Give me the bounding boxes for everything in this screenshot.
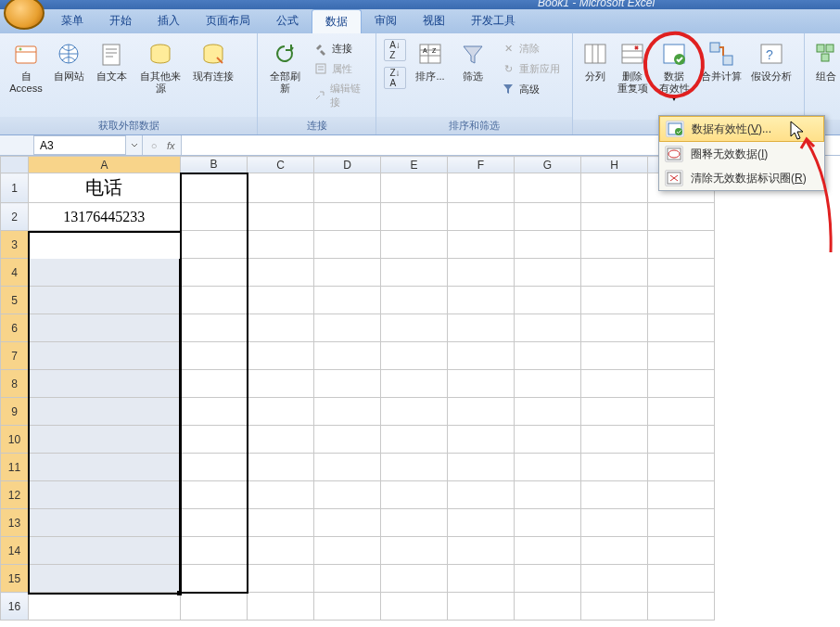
tab-formulas[interactable]: 公式 [263, 9, 312, 33]
group-label: 组合 [816, 70, 836, 83]
filter-label: 筛选 [463, 70, 483, 83]
col-header-H[interactable]: H [581, 157, 648, 173]
tab-insert[interactable]: 插入 [145, 9, 193, 33]
tab-pagelayout[interactable]: 页面布局 [193, 9, 263, 33]
col-header-E[interactable]: E [381, 157, 448, 173]
row-header-9[interactable]: 9 [1, 398, 29, 426]
worksheet[interactable]: A B C D E F G H I 1电话 213176445233 3 4 5… [0, 156, 840, 627]
from-web-label: 自网站 [54, 70, 84, 83]
dedup-icon [617, 39, 647, 69]
filter-button[interactable]: 筛选 [452, 37, 493, 84]
row-header-7[interactable]: 7 [1, 342, 29, 370]
svg-rect-10 [585, 45, 605, 63]
row-header-15[interactable]: 15 [1, 565, 29, 593]
cell-B1[interactable] [181, 173, 248, 203]
svg-rect-18 [817, 45, 824, 52]
row-header-13[interactable]: 13 [1, 509, 29, 537]
connections-button[interactable]: 连接 [310, 39, 368, 58]
data-validation-button[interactable]: 数据 有效性 ▾ [653, 37, 695, 105]
office-button[interactable] [4, 0, 45, 30]
grid[interactable]: A B C D E F G H I 1电话 213176445233 3 4 5… [0, 156, 715, 621]
name-box-dropdown[interactable] [126, 135, 143, 155]
from-text-button[interactable]: 自文本 [91, 37, 132, 84]
cancel-icon[interactable]: ○ [148, 140, 159, 151]
row-header-8[interactable]: 8 [1, 370, 29, 398]
clear-filter-button[interactable]: ✕ 清除 [497, 39, 564, 58]
row-header-10[interactable]: 10 [1, 426, 29, 454]
fx-icon[interactable]: fx [167, 140, 175, 151]
group-button[interactable]: 组合 [810, 37, 840, 84]
col-header-A[interactable]: A [29, 157, 181, 173]
sort-asc-button[interactable]: A↓Z [384, 39, 406, 61]
row-header-5[interactable]: 5 [1, 287, 29, 314]
cell-A1[interactable]: 电话 [29, 173, 181, 203]
col-header-C[interactable]: C [248, 157, 314, 173]
whatif-icon: ? [757, 39, 786, 69]
tab-data[interactable]: 数据 [312, 9, 362, 33]
row-header-11[interactable]: 11 [1, 454, 29, 481]
svg-rect-3 [103, 45, 120, 65]
tab-home[interactable]: 开始 [96, 9, 145, 33]
advanced-icon [501, 82, 515, 96]
sort-button[interactable]: AZ 排序... [410, 37, 451, 84]
cell-A3[interactable] [29, 231, 181, 259]
edit-links-label: 编辑链接 [330, 82, 364, 109]
svg-rect-11 [622, 45, 643, 63]
properties-button[interactable]: 属性 [310, 59, 368, 78]
refresh-all-button[interactable]: 全部刷新 [263, 37, 306, 96]
cell-C1[interactable] [248, 173, 314, 203]
row-header-14[interactable]: 14 [1, 537, 29, 565]
group-external-data: 自 Access 自网站 自文本 自其他来源 现有连接 获取外部数据 [0, 33, 258, 134]
remove-dup-button[interactable]: 删除 重复项 [614, 37, 651, 96]
refresh-all-label: 全部刷新 [265, 70, 304, 95]
sort-desc-button[interactable]: Z↓A [384, 67, 406, 89]
row-header-3[interactable]: 3 [1, 231, 29, 259]
col-header-G[interactable]: G [515, 157, 581, 173]
consolidate-label: 合并计算 [701, 70, 742, 83]
edit-links-button[interactable]: 编辑链接 [310, 80, 368, 111]
tab-developer[interactable]: 开发工具 [458, 9, 528, 33]
from-other-label: 自其他来源 [135, 70, 185, 95]
group-sort-filter: A↓Z Z↓A AZ 排序... 筛选 ✕ 清除 ↻ [376, 33, 573, 134]
reapply-button[interactable]: ↻ 重新应用 [497, 59, 564, 78]
tab-review[interactable]: 审阅 [362, 9, 410, 33]
sort-label: 排序... [415, 70, 444, 83]
existing-conn-icon [198, 39, 228, 69]
row-header-1[interactable]: 1 [1, 173, 29, 203]
row-header-2[interactable]: 2 [1, 203, 29, 231]
from-web-button[interactable]: 自网站 [48, 37, 89, 84]
menu-circle-invalid[interactable]: 圈释无效数据(I) [659, 142, 824, 166]
col-header-B[interactable]: B [181, 157, 248, 173]
from-access-button[interactable]: 自 Access [6, 37, 46, 96]
connections-icon [313, 41, 328, 56]
t2c-label: 分列 [585, 70, 605, 83]
menu-data-validation[interactable]: 数据有效性(V)... [659, 116, 824, 142]
row-header-16[interactable]: 16 [1, 593, 29, 621]
t2c-icon [580, 39, 610, 69]
menu-clear-circles[interactable]: 清除无效数据标识圈(R) [659, 166, 824, 190]
tab-view[interactable]: 视图 [410, 9, 458, 33]
advanced-filter-button[interactable]: 高级 [497, 80, 564, 98]
edit-links-icon [313, 88, 326, 103]
cell-A2[interactable]: 13176445233 [29, 203, 181, 231]
select-all-corner[interactable] [1, 157, 29, 173]
from-other-button[interactable]: 自其他来源 [134, 37, 187, 96]
clear-filter-label: 清除 [519, 42, 540, 56]
whatif-button[interactable]: ? 假设分析 [747, 37, 795, 84]
tab-menu[interactable]: 菜单 [48, 9, 96, 33]
consolidate-button[interactable]: 合并计算 [697, 37, 745, 84]
col-header-F[interactable]: F [448, 157, 515, 173]
text-to-columns-button[interactable]: 分列 [579, 37, 612, 84]
connections-label: 连接 [332, 42, 352, 56]
svg-rect-15 [723, 56, 732, 65]
row-header-6[interactable]: 6 [1, 314, 29, 342]
name-box[interactable]: A3 [33, 135, 126, 155]
refresh-icon [270, 39, 299, 69]
existing-conn-button[interactable]: 现有连接 [189, 37, 237, 84]
row-header-4[interactable]: 4 [1, 259, 29, 287]
col-header-D[interactable]: D [314, 157, 381, 173]
row-header-12[interactable]: 12 [1, 481, 29, 509]
reapply-icon: ↻ [501, 61, 515, 76]
svg-rect-19 [826, 45, 834, 52]
data-validation-dropdown: 数据有效性(V)... 圈释无效数据(I) 清除无效数据标识圈(R) [658, 115, 825, 191]
